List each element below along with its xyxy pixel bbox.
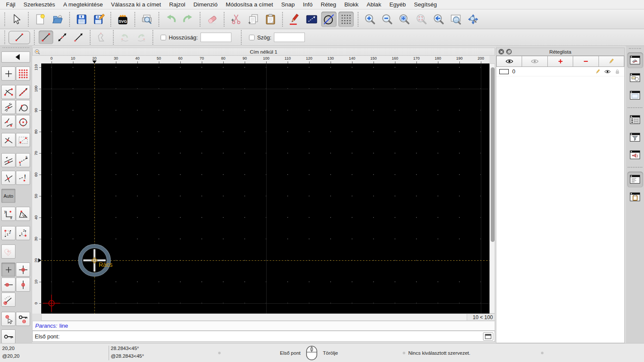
snap-entity-button[interactable] (16, 133, 30, 147)
menu-misc[interactable]: Egyéb (389, 1, 406, 8)
snap-distance-button[interactable]: 12 (16, 153, 30, 167)
redo-segment-button[interactable] (134, 30, 149, 44)
edit-layer-button[interactable] (599, 56, 624, 67)
show-all-layers-button[interactable] (496, 56, 522, 67)
coordinate-polar-button[interactable]: ra (16, 207, 30, 221)
line-angle-button[interactable] (55, 30, 70, 44)
snap-intersection-auto-button[interactable] (1, 133, 15, 147)
menu-window[interactable]: Ablak (367, 1, 381, 8)
zoom-out-button[interactable] (380, 12, 395, 27)
menu-view[interactable]: A megtekintése (63, 1, 103, 8)
length-input[interactable] (200, 33, 231, 42)
delete-selected-button[interactable] (204, 12, 220, 27)
snap-center-button[interactable] (16, 115, 30, 129)
command-focus-button[interactable] (483, 332, 493, 341)
select-pointer-button[interactable] (9, 12, 24, 27)
angle-snap-button[interactable] (1, 293, 15, 307)
menu-layer[interactable]: Réteg (321, 1, 336, 8)
horizontal-scrollbar[interactable] (41, 314, 467, 321)
angle-input[interactable] (274, 33, 305, 42)
redo-button[interactable] (180, 12, 196, 27)
zoom-auto-button[interactable] (397, 12, 412, 27)
print-preview-button[interactable] (139, 12, 155, 27)
length-checkbox[interactable] (161, 35, 166, 40)
snap-tangent-button[interactable] (16, 100, 30, 114)
relative-zero-key-button[interactable] (1, 329, 15, 344)
copy-button[interactable] (246, 12, 261, 27)
block-list-dock-button[interactable] (627, 70, 643, 86)
undo-segment-button[interactable] (118, 30, 132, 44)
close-panel-button[interactable] (498, 49, 504, 54)
command-widget-dock-button[interactable] (627, 147, 643, 163)
zoom-pan-button[interactable] (465, 12, 481, 27)
snap-selected-button[interactable] (1, 244, 15, 259)
restrict-vertical-button[interactable] (16, 278, 30, 292)
edit-layer-icon[interactable] (594, 69, 601, 75)
clipboard-dock-button[interactable] (627, 189, 643, 205)
export-svg-button[interactable]: SVG (115, 12, 131, 27)
drawing-canvas[interactable]: Rács (41, 63, 489, 314)
zoom-in-button[interactable] (362, 12, 378, 27)
snap-middle-button[interactable] (1, 100, 15, 114)
ordinate-first-button[interactable]: 12 (1, 226, 15, 240)
menu-edit[interactable]: Szerkesztés (24, 1, 55, 8)
undo-button[interactable] (163, 12, 179, 27)
menu-block[interactable]: Blokk (344, 1, 358, 8)
menu-modify[interactable]: Módosítsa a címet (226, 1, 273, 8)
menu-select[interactable]: Válassza ki a címet (111, 1, 161, 8)
zoom-redraw-button[interactable] (414, 12, 429, 27)
toolbar-drag-handle[interactable] (3, 47, 29, 48)
open-drawing-button[interactable] (50, 12, 65, 27)
dock-drag-handle[interactable] (629, 48, 641, 49)
menu-file[interactable]: Fájl (6, 1, 15, 8)
paste-button[interactable] (263, 12, 278, 27)
vertical-scrollbar[interactable] (489, 63, 495, 314)
snap-intersection-button[interactable] (1, 171, 15, 185)
restrict-horizontal-button[interactable] (1, 278, 15, 292)
menu-info[interactable]: Infó (303, 1, 313, 8)
hide-all-layers-button[interactable] (522, 56, 547, 67)
menu-help[interactable]: Segítség (414, 1, 437, 8)
polyline-button[interactable] (94, 30, 109, 44)
snap-on-entity-button[interactable] (16, 85, 30, 99)
save-as-button[interactable] (91, 12, 106, 27)
snap-free-button[interactable] (1, 66, 15, 81)
restrict-orthogonal-button[interactable] (16, 262, 30, 277)
selection-window-button[interactable] (304, 12, 319, 27)
save-button[interactable] (74, 12, 89, 27)
add-layer-button[interactable] (548, 56, 573, 67)
snap-endpoint-button[interactable] (1, 85, 15, 99)
library-browser-dock-button[interactable] (627, 87, 643, 103)
menu-dimension[interactable]: Dimenzió (193, 1, 217, 8)
draw-entity-button[interactable] (321, 12, 337, 27)
vertical-scrollbar-thumb[interactable] (491, 67, 495, 242)
layer-row[interactable]: 0 (496, 67, 624, 76)
ordinate-second-button[interactable]: 12 (16, 226, 30, 240)
attributes-pen-button[interactable] (287, 12, 302, 27)
zoom-previous-button[interactable] (431, 12, 447, 27)
snap-parallel-button[interactable] (1, 153, 15, 167)
snap-auto-button[interactable]: Auto (1, 189, 15, 203)
cut-button[interactable] (228, 12, 244, 27)
snap-grid-button[interactable] (16, 66, 30, 81)
zoom-window-button[interactable] (448, 12, 464, 27)
layer-visibility-icon[interactable] (604, 69, 611, 75)
menu-snap[interactable]: Snap (281, 1, 295, 8)
line-two-points-button[interactable] (39, 30, 53, 44)
lock-relative-zero-button[interactable] (16, 312, 30, 326)
float-panel-button[interactable] (506, 49, 512, 54)
snap-nearest-button[interactable] (1, 115, 15, 129)
entity-tree-dock-button[interactable] (627, 112, 643, 128)
restrict-nothing-button[interactable] (1, 262, 15, 277)
layer-list-dock-button[interactable] (627, 52, 643, 68)
command-input[interactable] (61, 332, 483, 341)
menu-draw[interactable]: Rajzol (169, 1, 185, 8)
layer-color-swatch[interactable] (499, 69, 509, 74)
set-relative-zero-button[interactable] (1, 312, 15, 326)
new-drawing-button[interactable] (33, 12, 48, 27)
layer-lock-icon[interactable] (614, 69, 621, 75)
filter-dock-button[interactable] (627, 130, 643, 145)
snap-intersection-manual-button[interactable]: ! (16, 171, 30, 185)
grid-toggle-button[interactable] (338, 12, 354, 27)
angle-checkbox[interactable] (249, 35, 255, 40)
